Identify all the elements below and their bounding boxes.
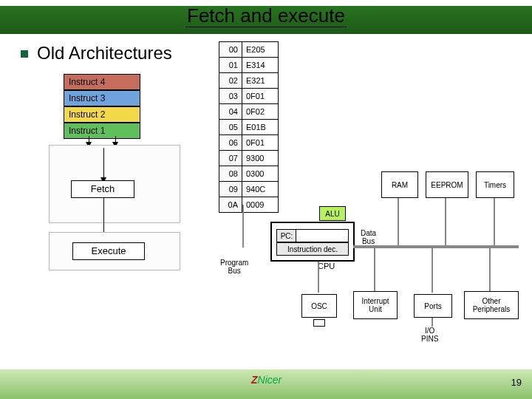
memory-row: 060F01: [219, 135, 279, 151]
bus-line: [318, 262, 319, 293]
memory-row: 040F02: [219, 104, 279, 120]
ram-block: RAM: [381, 171, 418, 198]
memory-addr: 09: [219, 182, 242, 197]
osc-block: OSC: [301, 294, 337, 318]
memory-addr: 08: [219, 166, 242, 182]
data-bus-label: Data Bus: [361, 229, 376, 245]
execute-label: Execute: [72, 242, 145, 260]
memory-addr: 0A: [219, 197, 242, 213]
memory-value: 0F01: [242, 89, 279, 104]
memory-row: 05E01B: [219, 120, 279, 135]
memory-addr: 05: [219, 120, 242, 135]
instruction-4: Instruct 4: [64, 74, 140, 90]
interrupt-block: Interrupt Unit: [353, 291, 398, 319]
instruction-1: Instruct 1: [64, 123, 140, 139]
memory-value: 0009: [242, 197, 279, 213]
footer-logo: ZNicer: [251, 374, 282, 386]
memory-value: E314: [242, 58, 279, 73]
memory-row: 030F01: [219, 89, 279, 104]
memory-addr: 04: [219, 104, 242, 120]
memory-addr: 03: [219, 89, 242, 104]
memory-row: 09940C: [219, 182, 279, 197]
memory-value: E01B: [242, 120, 279, 135]
bus-line: [242, 205, 244, 248]
bus-line: [374, 248, 375, 291]
crystal-icon: [313, 319, 325, 327]
bus-line: [432, 318, 433, 327]
program-memory-table: 00E20501E31402E321030F01040F0205E01B060F…: [219, 41, 279, 213]
bullet-icon: [21, 50, 28, 58]
instruction-2: Instruct 2: [64, 106, 140, 123]
memory-row: 01E314: [219, 58, 279, 73]
data-bus-line: [353, 245, 519, 248]
bus-line: [494, 198, 495, 245]
arrow-line: [103, 148, 104, 179]
section-heading: Old Architectures: [37, 43, 172, 64]
memory-value: 940C: [242, 182, 279, 197]
memory-addr: 02: [219, 73, 242, 89]
instruction-3: Instruct 3: [64, 90, 140, 106]
cpu-label: CPU: [318, 262, 335, 270]
eeprom-block: EEPROM: [426, 171, 468, 198]
slide-title: Fetch and execute: [0, 4, 532, 33]
memory-addr: 00: [219, 42, 242, 58]
other-peripherals-block: Other Peripherals: [464, 291, 519, 319]
memory-value: 0F02: [242, 104, 279, 120]
alu-block: ALU: [319, 206, 346, 221]
bus-line: [489, 248, 491, 291]
memory-value: 9300: [242, 151, 279, 166]
timers-block: Timers: [476, 171, 514, 198]
bus-line: [445, 198, 446, 245]
bus-line: [398, 198, 399, 245]
cpu-outline: [270, 222, 355, 262]
memory-value: 0300: [242, 166, 279, 182]
program-bus-label: Program Bus: [220, 259, 248, 275]
fetch-label: Fetch: [71, 180, 134, 198]
io-pins-label: I/O PINS: [421, 327, 438, 343]
page-number: 19: [511, 377, 522, 388]
memory-value: E205: [242, 42, 279, 58]
ports-block: Ports: [414, 294, 452, 318]
memory-row: 0A0009: [219, 197, 279, 213]
memory-value: 0F01: [242, 135, 279, 151]
memory-addr: 06: [219, 135, 242, 151]
bus-line: [432, 248, 433, 293]
memory-row: 079300: [219, 151, 279, 166]
memory-value: E321: [242, 73, 279, 89]
memory-row: 02E321: [219, 73, 279, 89]
memory-row: 00E205: [219, 42, 279, 58]
memory-addr: 07: [219, 151, 242, 166]
memory-row: 080300: [219, 166, 279, 182]
memory-addr: 01: [219, 58, 242, 73]
